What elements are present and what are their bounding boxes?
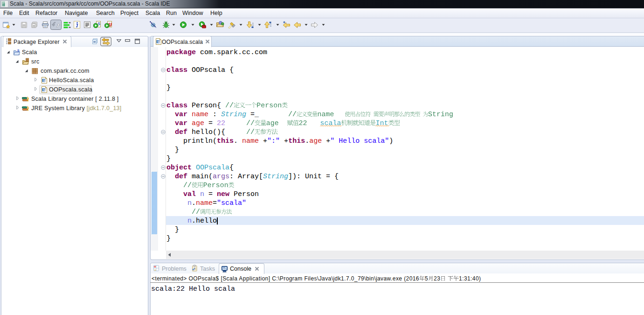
svg-text:S: S <box>43 79 45 82</box>
svg-text:S: S <box>17 49 20 52</box>
svg-text:S: S <box>43 88 45 91</box>
svg-text:S: S <box>157 40 159 43</box>
